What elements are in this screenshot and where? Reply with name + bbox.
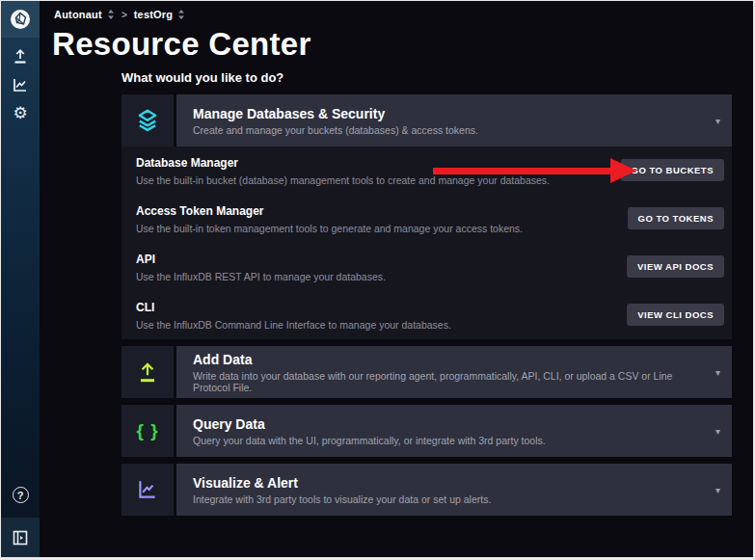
row-text: Access Token Manager Use the built-in to… <box>136 204 628 234</box>
breadcrumb-org[interactable]: testOrg <box>134 9 174 20</box>
row-description: Use the built-in token management tools … <box>136 223 628 234</box>
row-description: Use the built-in bucket (database) manag… <box>136 174 621 186</box>
card-manage-databases-header[interactable]: Manage Databases & Security Create and m… <box>121 94 732 147</box>
buckets-layers-icon <box>121 94 174 147</box>
line-chart-icon <box>121 464 174 516</box>
breadcrumb-account[interactable]: Autonaut <box>54 9 102 20</box>
card-description: Query your data with the UI, programmati… <box>193 435 712 446</box>
help-glyph: ? <box>17 490 24 501</box>
go-to-buckets-button[interactable]: GO TO BUCKETS <box>621 159 725 181</box>
row-title: Access Token Manager <box>136 204 628 218</box>
breadcrumb: Autonaut > testOrg <box>54 9 185 20</box>
load-data-upload-icon[interactable] <box>10 46 31 65</box>
resource-cards: Manage Databases & Security Create and m… <box>121 94 732 516</box>
version-panel-icon[interactable] <box>1 518 40 557</box>
breadcrumb-separator: > <box>121 10 127 20</box>
nav-icon-group: ⚙ <box>10 38 31 122</box>
card-add-data-header[interactable]: Add Data Write data into your database w… <box>121 346 732 398</box>
card-visualize-alert: Visualize & Alert Integrate with 3rd par… <box>121 464 732 516</box>
card-title: Visualize & Alert <box>193 475 712 491</box>
card-gap <box>121 457 732 464</box>
row-title: API <box>136 253 627 266</box>
chevron-down-icon[interactable]: ▾ <box>712 346 732 398</box>
view-cli-docs-button[interactable]: VIEW CLI DOCS <box>627 304 724 326</box>
card-visualize-alert-header[interactable]: Visualize & Alert Integrate with 3rd par… <box>121 464 732 516</box>
row-title: Database Manager <box>136 156 621 170</box>
code-braces-icon: { } <box>121 405 174 457</box>
card-description: Integrate with 3rd party tools to visual… <box>193 493 712 505</box>
main-content: Autonaut > testOrg Resource Center What … <box>40 1 753 557</box>
row-title: CLI <box>136 301 627 314</box>
row-description: Use the InfluxDB Command Line Interface … <box>136 319 627 331</box>
braces-glyph: { } <box>136 420 158 441</box>
card-header-text: Query Data Query your data with the UI, … <box>176 405 712 457</box>
influxdb-logo[interactable] <box>1 1 40 38</box>
app-window: ⚙ ? Autonaut > testOrg <box>0 0 755 560</box>
account-switcher-icon[interactable] <box>107 9 115 20</box>
chevron-down-icon[interactable]: ▾ <box>712 405 732 457</box>
row-text: Database Manager Use the built-in bucket… <box>136 156 621 186</box>
page-title: Resource Center <box>52 26 311 63</box>
row-text: CLI Use the InfluxDB Command Line Interf… <box>136 301 627 331</box>
card-title: Add Data <box>193 352 712 367</box>
card-title: Query Data <box>193 416 712 432</box>
view-api-docs-button[interactable]: VIEW API DOCS <box>627 255 724 278</box>
row-cli: CLI Use the InfluxDB Command Line Interf… <box>121 291 732 339</box>
upload-arrow-icon <box>121 346 174 398</box>
page-subtitle: What would you like to do? <box>121 70 283 85</box>
card-query-data: { } Query Data Query your data with the … <box>121 405 732 457</box>
settings-gear-icon[interactable]: ⚙ <box>10 104 31 122</box>
row-api: API Use the InfluxDB REST API to manage … <box>121 243 732 291</box>
row-description: Use the InfluxDB REST API to manage your… <box>136 271 627 282</box>
card-header-text: Visualize & Alert Integrate with 3rd par… <box>176 464 712 516</box>
row-text: API Use the InfluxDB REST API to manage … <box>136 253 627 282</box>
data-explorer-graph-icon[interactable] <box>10 75 31 93</box>
row-access-token-manager: Access Token Manager Use the built-in to… <box>121 195 732 243</box>
chevron-down-icon[interactable]: ▾ <box>712 464 732 516</box>
card-title: Manage Databases & Security <box>193 106 712 121</box>
org-switcher-icon[interactable] <box>177 9 185 20</box>
card-query-data-header[interactable]: { } Query Data Query your data with the … <box>121 405 732 457</box>
card-manage-databases: Manage Databases & Security Create and m… <box>121 94 732 339</box>
card-description: Write data into your database with our r… <box>193 370 712 393</box>
influxdata-logo-icon <box>10 9 31 30</box>
help-icon[interactable]: ? <box>13 487 29 503</box>
go-to-tokens-button[interactable]: GO TO TOKENS <box>628 207 725 229</box>
card-gap <box>121 398 732 405</box>
row-database-manager: Database Manager Use the built-in bucket… <box>121 147 732 195</box>
card-gap <box>121 339 732 346</box>
card-description: Create and manage your buckets (database… <box>193 124 712 136</box>
gear-glyph: ⚙ <box>13 105 27 121</box>
card-add-data: Add Data Write data into your database w… <box>121 346 732 398</box>
nav-sidebar: ⚙ ? <box>1 1 40 557</box>
card-header-text: Add Data Write data into your database w… <box>176 346 712 398</box>
card-header-text: Manage Databases & Security Create and m… <box>176 94 712 147</box>
card-manage-databases-body: Database Manager Use the built-in bucket… <box>121 147 732 339</box>
chevron-down-icon[interactable]: ▾ <box>712 94 732 147</box>
